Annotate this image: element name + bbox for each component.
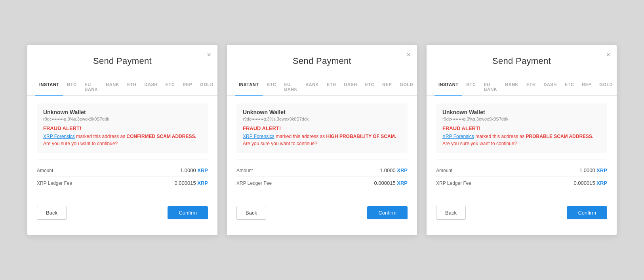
fee-currency-2: XRP <box>397 180 408 186</box>
fraud-line2-1: Are you sure you want to continue? <box>43 141 118 146</box>
tab-rep-1[interactable]: REP <box>179 79 196 96</box>
amount-label-3: Amount <box>436 168 452 173</box>
tabs-2: INSTANT BTC EU BANK BANK ETH DASH ETC RE… <box>227 72 417 96</box>
amount-label-2: Amount <box>236 168 253 173</box>
fraud-alert-title-2: FRAUD ALERT! <box>243 125 401 131</box>
tab-eth-2[interactable]: ETH <box>323 79 340 96</box>
fee-number-2: 0.000015 <box>374 180 395 186</box>
tab-rep-2[interactable]: REP <box>378 79 396 96</box>
fee-label-1: XRP Ledger Fee <box>37 180 72 186</box>
amount-row-2: Amount 1.0000 XRP <box>236 164 408 177</box>
xrp-forensics-link-1[interactable]: XRP Forensics <box>43 134 75 139</box>
amount-row-3: Amount 1.0000 XRP <box>436 164 607 177</box>
fee-label-3: XRP Ledger Fee <box>436 180 471 186</box>
xrp-forensics-link-3[interactable]: XRP Forensics <box>442 134 474 139</box>
amount-currency-2: XRP <box>397 167 408 173</box>
modal-footer-1: Back Confirm <box>27 200 217 228</box>
amount-value-2: 1.0000 XRP <box>380 167 408 173</box>
modal-header-1: × Send Payment <box>27 45 217 66</box>
wallet-address-1: r9dc••••••••g.3%s.3ewox9k0S7ddk <box>43 117 202 121</box>
amount-number-1: 1.0000 <box>180 167 196 173</box>
tab-eubank-2[interactable]: EU BANK <box>280 79 301 96</box>
xrp-forensics-link-2[interactable]: XRP Forensics <box>243 134 274 139</box>
tab-dash-3[interactable]: DASH <box>540 79 561 96</box>
tabs-3: INSTANT BTC EU BANK BANK ETH DASH ETC RE… <box>427 72 617 96</box>
close-icon-2[interactable]: × <box>406 51 411 58</box>
amount-section-2: Amount 1.0000 XRP XRP Ledger Fee 0.00001… <box>236 159 408 189</box>
tab-eth-1[interactable]: ETH <box>123 79 141 96</box>
amount-currency-3: XRP <box>596 167 607 173</box>
back-button-3[interactable]: Back <box>436 206 466 220</box>
wallet-name-2: Unknown Wallet <box>243 109 401 115</box>
tab-dash-2[interactable]: DASH <box>340 79 361 96</box>
tab-bank-1[interactable]: BANK <box>102 79 123 96</box>
fee-currency-3: XRP <box>596 180 607 186</box>
tab-etc-3[interactable]: ETC <box>561 79 578 96</box>
back-button-1[interactable]: Back <box>37 206 67 220</box>
tab-gold-2[interactable]: GOLD <box>396 79 417 96</box>
fraud-alert-title-3: FRAUD ALERT! <box>442 125 601 131</box>
tab-bank-3[interactable]: BANK <box>501 79 522 96</box>
fraud-alert-body-3: XRP Forensics marked this address as PRO… <box>442 133 601 147</box>
tab-instant-1[interactable]: INSTANT <box>35 79 63 96</box>
fraud-alert-body-1: XRP Forensics marked this address as CON… <box>43 133 202 147</box>
tab-etc-1[interactable]: ETC <box>162 79 179 96</box>
close-icon[interactable]: × <box>207 51 211 58</box>
send-payment-modal-2: × Send Payment INSTANT BTC EU BANK BANK … <box>227 45 417 235</box>
fee-value-1: 0.000015 XRP <box>174 180 208 186</box>
tab-gold-1[interactable]: GOLD <box>196 79 217 96</box>
modal-body-3: Unknown Wallet r9dc••••••••g.3%s.3ewox9k… <box>427 96 617 200</box>
tab-dash-1[interactable]: DASH <box>141 79 162 96</box>
modal-title-3: Send Payment <box>442 56 601 66</box>
tab-instant-2[interactable]: INSTANT <box>235 79 263 96</box>
fraud-line1-suffix-3: marked this address as <box>474 134 526 139</box>
wallet-address-2: r9dc••••••••g.3%s.3ewox9k0S7ddk <box>243 117 401 121</box>
confirm-button-3[interactable]: Confirm <box>567 206 607 219</box>
tab-btc-2[interactable]: BTC <box>263 79 280 96</box>
fraud-alert-title-1: FRAUD ALERT! <box>43 125 202 131</box>
tab-btc-3[interactable]: BTC <box>462 79 480 96</box>
amount-number-2: 1.0000 <box>380 167 396 173</box>
fee-row-2: XRP Ledger Fee 0.000015 XRP <box>236 177 408 189</box>
modal-footer-2: Back Confirm <box>227 200 417 228</box>
modal-body-1: Unknown Wallet r9dc••••••••g.3%s.3ewox9k… <box>27 96 217 200</box>
fee-number-1: 0.000015 <box>174 180 196 186</box>
confirm-button-2[interactable]: Confirm <box>367 206 408 219</box>
fee-value-3: 0.000015 XRP <box>574 180 607 186</box>
amount-currency-1: XRP <box>197 167 208 173</box>
wallet-section-1: Unknown Wallet r9dc••••••••g.3%s.3ewox9k… <box>37 104 208 153</box>
confirm-button-1[interactable]: Confirm <box>168 206 208 219</box>
wallet-name-3: Unknown Wallet <box>442 109 601 115</box>
amount-section-3: Amount 1.0000 XRP XRP Ledger Fee 0.00001… <box>436 159 607 189</box>
fraud-alert-body-2: XRP Forensics marked this address as HIG… <box>243 133 401 147</box>
amount-value-3: 1.0000 XRP <box>579 167 607 173</box>
tab-bank-2[interactable]: BANK <box>301 79 323 96</box>
fraud-highlight-1: CONFIRMED SCAM ADDRESS. <box>127 134 196 139</box>
fraud-line2-3: Are you sure you want to continue? <box>442 141 517 146</box>
fee-row-1: XRP Ledger Fee 0.000015 XRP <box>37 177 208 189</box>
tab-eth-3[interactable]: ETH <box>522 79 540 96</box>
tab-instant-3[interactable]: INSTANT <box>434 79 462 96</box>
back-button-2[interactable]: Back <box>236 206 266 220</box>
fee-label-2: XRP Ledger Fee <box>236 180 272 186</box>
send-payment-modal-1: × Send Payment INSTANT BTC EU BANK BANK … <box>27 45 217 235</box>
modal-footer-3: Back Confirm <box>427 200 617 228</box>
tab-btc-1[interactable]: BTC <box>63 79 80 96</box>
amount-label-1: Amount <box>37 168 53 173</box>
fraud-line2-2: Are you sure you want to continue? <box>243 141 317 146</box>
tab-eubank-3[interactable]: EU BANK <box>480 79 501 96</box>
fee-row-3: XRP Ledger Fee 0.000015 XRP <box>436 177 607 189</box>
tab-gold-3[interactable]: GOLD <box>595 79 617 96</box>
fee-number-3: 0.000015 <box>574 180 595 186</box>
wallet-name-1: Unknown Wallet <box>43 109 202 115</box>
tab-etc-2[interactable]: ETC <box>361 79 379 96</box>
tab-rep-3[interactable]: REP <box>578 79 595 96</box>
fraud-highlight-3: PROBABLE SCAM ADDRESS. <box>526 134 594 139</box>
amount-row-1: Amount 1.0000 XRP <box>37 164 208 177</box>
fraud-line1-suffix-2: marked this address as <box>274 134 326 139</box>
wallet-section-2: Unknown Wallet r9dc••••••••g.3%s.3ewox9k… <box>236 104 408 153</box>
wallet-section-3: Unknown Wallet r9dc••••••••g.3%s.3ewox9k… <box>436 104 607 153</box>
modal-body-2: Unknown Wallet r9dc••••••••g.3%s.3ewox9k… <box>227 96 417 200</box>
close-icon-3[interactable]: × <box>606 51 610 58</box>
tab-eubank-1[interactable]: EU BANK <box>80 79 102 96</box>
